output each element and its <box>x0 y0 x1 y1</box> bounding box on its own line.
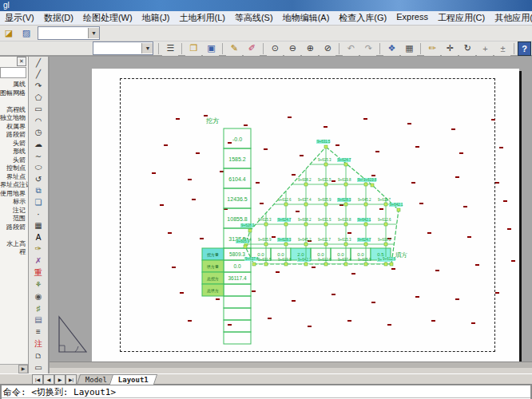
redo-icon[interactable]: ↷ <box>360 41 376 56</box>
screen-menu-item-5[interactable]: 权属界 <box>0 123 28 132</box>
cass-layer-icon[interactable]: ▨ <box>18 26 34 41</box>
screen-menu-item-20[interactable]: 程 <box>0 248 28 257</box>
screen-menu-item-11[interactable]: 界址点 <box>0 173 28 182</box>
rotate-icon[interactable]: ↻ <box>459 41 475 56</box>
box-icon[interactable]: ▭ <box>30 361 47 373</box>
command-window[interactable]: 命令: <切换到: Layout1> <box>0 384 532 399</box>
palette-hscrollbar[interactable]: ▶ <box>0 364 29 373</box>
svg-text:9+637.4: 9+637.4 <box>245 257 259 261</box>
arc-arrow-icon[interactable]: ↷ <box>30 80 47 92</box>
window-titlebar[interactable]: gl <box>0 0 532 11</box>
zoom-realtime-icon[interactable]: ⊙ <box>267 41 283 56</box>
block-icon[interactable]: ❏ <box>30 196 47 208</box>
toolbar-separator <box>181 43 182 54</box>
trim-icon[interactable]: ± <box>494 41 510 56</box>
screen-menu-item-9[interactable]: 头箭 <box>0 156 28 165</box>
screen-menu-item-7[interactable]: 头箭 <box>0 140 28 148</box>
screen-menu-item-12[interactable]: 界址点注记 <box>0 181 28 190</box>
screen-menu-item-3[interactable]: 高程线 <box>0 106 28 115</box>
screen-menu-item-18[interactable] <box>0 231 28 240</box>
menu-item-2[interactable]: 绘图处理(W) <box>78 12 137 24</box>
ellipse-icon[interactable]: ⬭ <box>30 161 47 173</box>
rectangle-icon[interactable]: ▭ <box>30 103 47 115</box>
screen-menu-item-16[interactable]: 范围 <box>0 215 28 223</box>
list-icon[interactable]: ≡ <box>30 326 47 338</box>
menu-item-3[interactable]: 地籍(J) <box>137 12 175 24</box>
layer-combo[interactable]: ▼ <box>38 26 100 40</box>
save-icon[interactable]: ▣ <box>203 41 219 56</box>
erase-icon[interactable]: ✗ <box>30 255 47 267</box>
menu-item-8[interactable]: Express <box>391 12 433 24</box>
palette-filter-box[interactable] <box>0 67 26 78</box>
hatch-icon[interactable]: ▦ <box>30 219 47 231</box>
circle-icon[interactable]: ◷ <box>30 127 47 139</box>
style-combo[interactable]: ▼ <box>93 41 153 55</box>
scroll-right-icon[interactable]: ▶ <box>18 365 28 373</box>
view-icon[interactable]: ◉ <box>30 290 47 302</box>
fence-icon[interactable]: ♯ <box>30 302 47 314</box>
draw-pline-icon[interactable]: ✎ <box>226 41 242 56</box>
help-icon[interactable]: ? <box>518 41 531 56</box>
screen-menu-item-17[interactable]: 路段箭 <box>0 223 28 232</box>
command-line[interactable]: 命令: <切换到: Layout1> <box>2 385 530 398</box>
point-icon[interactable]: · <box>30 208 47 220</box>
menu-item-5[interactable]: 等高线(S) <box>230 12 278 24</box>
closed-curve-icon[interactable]: ↺ <box>30 173 47 185</box>
tab-layout1[interactable]: Layout1 <box>109 374 157 385</box>
arc-icon[interactable]: ◠ <box>30 115 47 127</box>
move-icon[interactable]: ✛ <box>442 41 458 56</box>
zoom-out-icon[interactable]: ⊖ <box>284 41 300 56</box>
undo-icon[interactable]: ↶ <box>343 41 359 56</box>
zoom-window-icon[interactable]: ⊘ <box>320 41 335 56</box>
linetype-icon[interactable]: ☰ <box>162 41 178 56</box>
screen-menu-item-2[interactable] <box>0 97 28 106</box>
line-icon[interactable]: ╱ <box>30 57 47 69</box>
grid-calc-icon[interactable]: ▦ <box>401 41 417 56</box>
screen-menu-item-8[interactable]: 形线 <box>0 148 28 156</box>
svg-text:12436.5: 12436.5 <box>227 196 247 202</box>
open-icon[interactable]: ❐ <box>185 41 201 56</box>
close-icon[interactable]: ✕ <box>17 57 26 66</box>
edit-vertex-icon[interactable]: ✏ <box>424 41 440 56</box>
viewport-hscrollbar[interactable] <box>50 361 532 368</box>
menu-item-10[interactable]: 其他应用(M) <box>490 12 532 24</box>
screen-menu-item-6[interactable]: 路段箭 <box>0 131 28 140</box>
corner-icon[interactable]: 🗅 <box>30 350 47 362</box>
style-icon[interactable]: ✑ <box>30 243 47 255</box>
dup-check-icon[interactable]: 重 <box>30 267 47 279</box>
copy-obj-icon[interactable]: ⧉ <box>30 185 47 197</box>
screen-menu-item-10[interactable]: 控制点 <box>0 164 28 173</box>
cass-tool-icon[interactable]: ◪ <box>1 26 17 41</box>
screen-menu-item-15[interactable]: 注记 <box>0 207 28 215</box>
menu-item-0[interactable]: 显示(V) <box>0 12 39 24</box>
screen-menu-item-1[interactable]: 图幅网格 <box>0 89 28 98</box>
menu-item-9[interactable]: 工程应用(C) <box>433 12 490 24</box>
screen-menu-item-0[interactable]: 属线 <box>0 81 28 89</box>
screen-menu-item-4[interactable]: 独立地物 <box>0 114 28 123</box>
cloud-icon[interactable]: ☁ <box>30 138 47 150</box>
menu-item-1[interactable]: 数据(D) <box>39 12 78 24</box>
screen-menu-item-14[interactable]: 标示 <box>0 198 28 207</box>
spot-point <box>300 155 304 156</box>
break-icon[interactable]: + <box>477 41 493 56</box>
menu-item-7[interactable]: 检查入库(G) <box>334 12 391 24</box>
polygon-icon[interactable]: ⬠ <box>30 92 47 104</box>
flower-icon[interactable]: ⚘ <box>30 279 47 291</box>
screen-menu-item-13[interactable]: 使用地界 <box>0 190 28 199</box>
screen-menu-item-19[interactable]: 水上高 <box>0 240 28 249</box>
svg-text:1585.2: 1585.2 <box>228 156 246 162</box>
drawing-viewport[interactable]: 挖方-0.01585.26104.412436.510855.83127.558… <box>50 57 532 368</box>
chevron-down-icon[interactable]: ▼ <box>88 28 99 38</box>
menu-item-6[interactable]: 地物编辑(A) <box>278 12 335 24</box>
zoom-in-icon[interactable]: ⊕ <box>302 41 318 56</box>
spline-icon[interactable]: ∼ <box>30 150 47 162</box>
find-icon[interactable]: ❖ <box>383 41 399 56</box>
draw-redline-icon[interactable]: ✐ <box>244 41 260 56</box>
annotate-icon[interactable]: 注 <box>30 338 47 350</box>
pline-icon[interactable]: ╱ <box>30 69 47 81</box>
chevron-down-icon[interactable]: ▼ <box>141 43 153 53</box>
photo-icon[interactable]: ▤ <box>30 314 47 326</box>
menu-item-4[interactable]: 土地利用(L) <box>175 12 230 24</box>
svg-text:9+637.4: 9+637.4 <box>298 198 312 202</box>
text-icon[interactable]: A <box>30 231 47 243</box>
